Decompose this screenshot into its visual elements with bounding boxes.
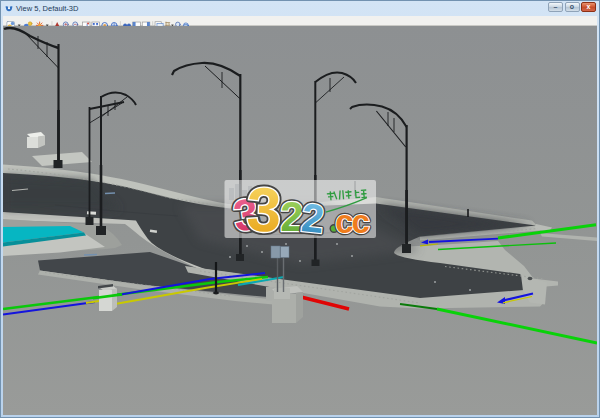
svg-text:3: 3 xyxy=(246,174,283,244)
svg-text:2: 2 xyxy=(300,195,327,241)
svg-text:cc: cc xyxy=(335,203,369,240)
